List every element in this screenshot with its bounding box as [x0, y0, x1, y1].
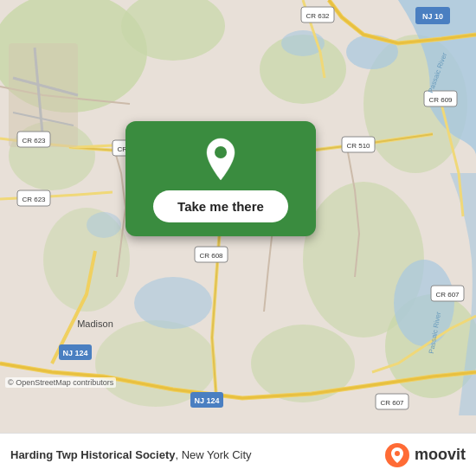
- svg-text:CR 623: CR 623: [22, 196, 46, 203]
- moovit-brand-label: moovit: [415, 446, 466, 464]
- location-pin-icon: [203, 137, 239, 182]
- map-container: NJ 10 CR 632 CR 510 CR 510 CR 623 CR 623…: [0, 0, 476, 433]
- location-name: Harding Twp Historical Society: [10, 448, 175, 461]
- svg-text:CR 607: CR 607: [435, 291, 460, 299]
- svg-text:CR 632: CR 632: [306, 12, 330, 20]
- location-suffix: , New York City: [175, 448, 251, 461]
- moovit-logo: moovit: [385, 443, 466, 467]
- svg-point-15: [87, 212, 121, 238]
- svg-text:CR 607: CR 607: [380, 399, 404, 407]
- svg-point-47: [215, 146, 227, 158]
- bottom-bar: Harding Twp Historical Society, New York…: [0, 433, 476, 476]
- svg-text:CR 608: CR 608: [199, 252, 223, 260]
- svg-text:CR 510: CR 510: [346, 142, 370, 150]
- svg-text:Madison: Madison: [77, 318, 113, 329]
- svg-point-49: [395, 451, 400, 456]
- moovit-pin-icon: [385, 443, 409, 467]
- cta-overlay: Take me there: [125, 121, 316, 236]
- osm-credit: © OpenStreetMap contributors: [5, 377, 116, 388]
- svg-text:NJ 124: NJ 124: [62, 349, 87, 357]
- svg-text:NJ 124: NJ 124: [194, 396, 219, 405]
- svg-text:CR 623: CR 623: [22, 137, 46, 145]
- take-me-there-button[interactable]: Take me there: [153, 190, 288, 222]
- svg-text:NJ 10: NJ 10: [422, 12, 443, 21]
- svg-point-14: [134, 277, 212, 329]
- location-text: Harding Twp Historical Society, New York…: [10, 448, 385, 461]
- svg-text:CR 609: CR 609: [428, 96, 453, 104]
